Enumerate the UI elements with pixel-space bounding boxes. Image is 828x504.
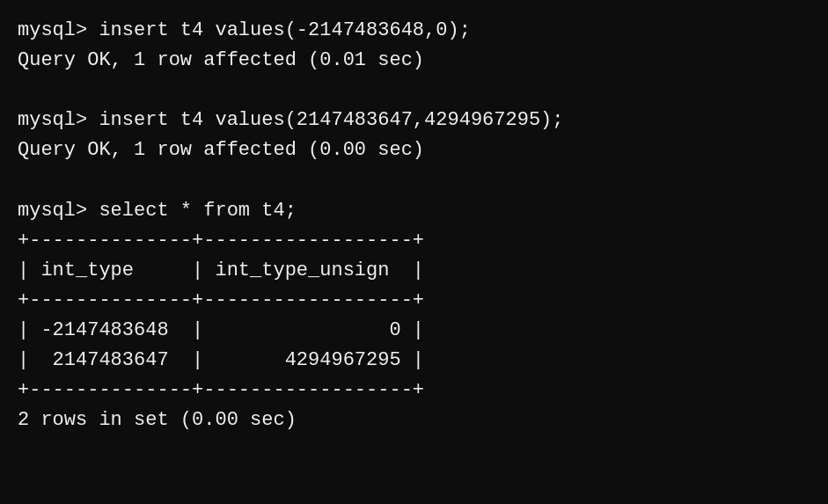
terminal-line: mysql> select * from t4; xyxy=(18,196,810,226)
terminal-line: +--------------+------------------+ xyxy=(18,286,810,316)
terminal-line: 2 rows in set (0.00 sec) xyxy=(18,405,810,435)
terminal-line: | int_type | int_type_unsign | xyxy=(18,256,810,286)
terminal-line: mysql> insert t4 values(-2147483648,0); xyxy=(18,16,810,46)
terminal-line: mysql> insert t4 values(2147483647,42949… xyxy=(18,106,810,135)
terminal-line: Query OK, 1 row affected (0.01 sec) xyxy=(18,46,810,76)
terminal-line: | -2147483648 | 0 | xyxy=(18,316,810,346)
terminal-line: | 2147483647 | 4294967295 | xyxy=(18,346,810,376)
terminal-window: mysql> insert t4 values(-2147483648,0);Q… xyxy=(18,16,810,435)
terminal-line: +--------------+------------------+ xyxy=(18,376,810,405)
terminal-line xyxy=(18,165,810,195)
terminal-line: +--------------+------------------+ xyxy=(18,226,810,256)
terminal-line: Query OK, 1 row affected (0.00 sec) xyxy=(18,135,810,165)
terminal-line xyxy=(18,76,810,106)
